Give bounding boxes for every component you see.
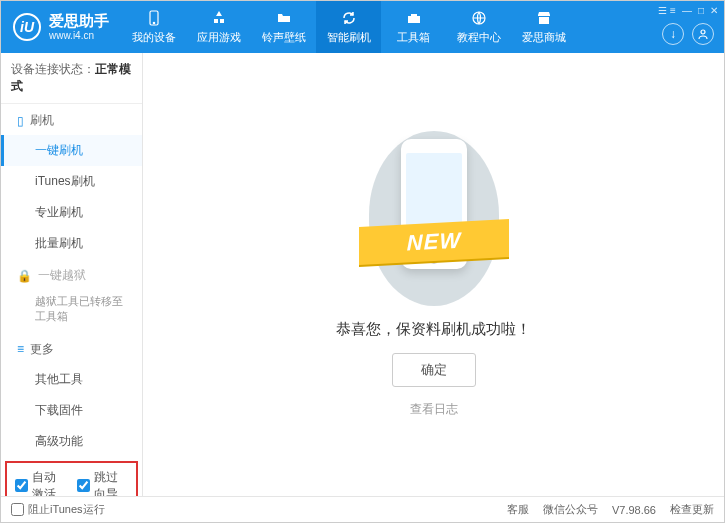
- window-controls: ☰ ≡ — □ ✕: [658, 5, 718, 16]
- footer-wechat[interactable]: 微信公众号: [543, 502, 598, 517]
- section-more[interactable]: ≡更多: [1, 333, 142, 364]
- nav-store[interactable]: 爱思商城: [511, 1, 576, 53]
- close-icon[interactable]: ✕: [710, 5, 718, 16]
- store-icon: [535, 9, 553, 27]
- app-url: www.i4.cn: [49, 30, 109, 41]
- download-icon[interactable]: ↓: [662, 23, 684, 45]
- phone-icon: [145, 9, 163, 27]
- sidebar-item-oneclick-flash[interactable]: 一键刷机: [1, 135, 142, 166]
- nav-apps[interactable]: 应用游戏: [186, 1, 251, 53]
- nav-tutorials[interactable]: 教程中心: [446, 1, 511, 53]
- lock-icon: 🔒: [17, 269, 32, 283]
- device-status: 设备连接状态：正常模式: [1, 53, 142, 104]
- sidebar-item-other-tools[interactable]: 其他工具: [1, 364, 142, 395]
- options-highlight: 自动激活 跳过向导: [5, 461, 138, 496]
- section-flash[interactable]: ▯刷机: [1, 104, 142, 135]
- sidebar-item-pro-flash[interactable]: 专业刷机: [1, 197, 142, 228]
- sidebar-item-batch-flash[interactable]: 批量刷机: [1, 228, 142, 259]
- refresh-icon: [340, 9, 358, 27]
- sidebar-item-download-fw[interactable]: 下载固件: [1, 395, 142, 426]
- logo-icon: iU: [13, 13, 41, 41]
- footer-service[interactable]: 客服: [507, 502, 529, 517]
- titlebar: iU 爱思助手 www.i4.cn 我的设备 应用游戏 铃声壁纸 智能刷机 工具…: [1, 1, 724, 53]
- menu-icon[interactable]: ☰ ≡: [658, 5, 676, 16]
- nav-flash[interactable]: 智能刷机: [316, 1, 381, 53]
- top-nav: 我的设备 应用游戏 铃声壁纸 智能刷机 工具箱 教程中心 爱思商城: [121, 1, 724, 53]
- toolbox-icon: [405, 9, 423, 27]
- sidebar-item-advanced[interactable]: 高级功能: [1, 426, 142, 457]
- sidebar-item-itunes-flash[interactable]: iTunes刷机: [1, 166, 142, 197]
- version-label: V7.98.66: [612, 504, 656, 516]
- svg-point-1: [153, 22, 154, 23]
- nav-ringtones[interactable]: 铃声壁纸: [251, 1, 316, 53]
- nav-toolbox[interactable]: 工具箱: [381, 1, 446, 53]
- sidebar: 设备连接状态：正常模式 ▯刷机 一键刷机 iTunes刷机 专业刷机 批量刷机 …: [1, 53, 143, 496]
- nav-my-device[interactable]: 我的设备: [121, 1, 186, 53]
- app-title: 爱思助手: [49, 13, 109, 30]
- checkbox-block-itunes[interactable]: 阻止iTunes运行: [11, 502, 105, 517]
- success-message: 恭喜您，保资料刷机成功啦！: [336, 320, 531, 339]
- checkbox-auto-activate[interactable]: 自动激活: [15, 469, 67, 496]
- user-icon[interactable]: [692, 23, 714, 45]
- footer-check-update[interactable]: 检查更新: [670, 502, 714, 517]
- jailbreak-note: 越狱工具已转移至 工具箱: [1, 290, 142, 333]
- phone-illustration: NEW: [369, 131, 499, 306]
- section-jailbreak: 🔒一键越狱: [1, 259, 142, 290]
- minimize-icon[interactable]: —: [682, 5, 692, 16]
- globe-icon: [470, 9, 488, 27]
- ok-button[interactable]: 确定: [392, 353, 476, 387]
- phone-icon: ▯: [17, 114, 24, 128]
- view-log-link[interactable]: 查看日志: [410, 401, 458, 418]
- apps-icon: [210, 9, 228, 27]
- folder-icon: [275, 9, 293, 27]
- new-ribbon: NEW: [359, 219, 509, 265]
- logo: iU 爱思助手 www.i4.cn: [1, 13, 121, 41]
- maximize-icon[interactable]: □: [698, 5, 704, 16]
- svg-point-3: [701, 30, 705, 34]
- main-content: NEW 恭喜您，保资料刷机成功啦！ 确定 查看日志: [143, 53, 724, 496]
- footer: 阻止iTunes运行 客服 微信公众号 V7.98.66 检查更新: [1, 496, 724, 522]
- checkbox-skip-wizard[interactable]: 跳过向导: [77, 469, 129, 496]
- list-icon: ≡: [17, 342, 24, 356]
